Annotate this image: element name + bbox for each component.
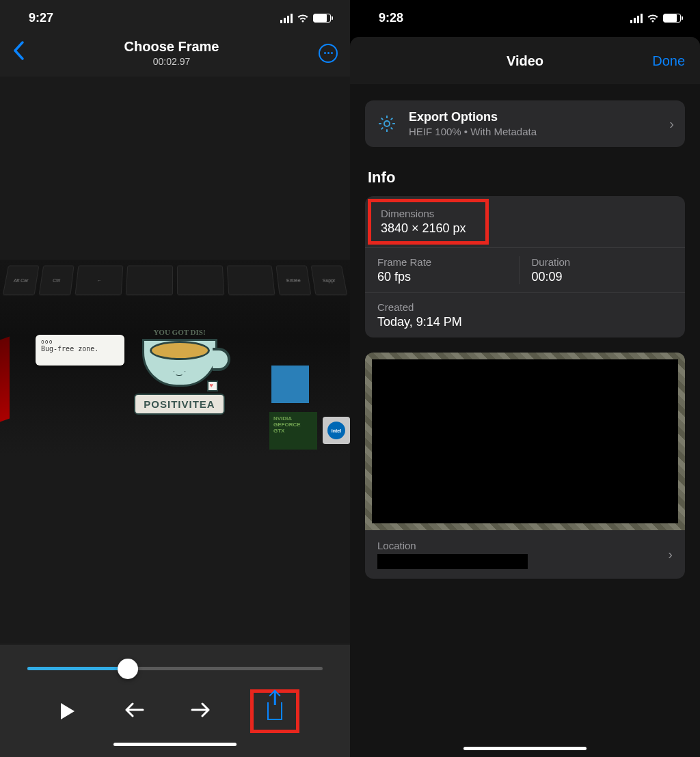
home-indicator[interactable] — [463, 747, 587, 750]
sticker-geforce: NVIDIA GEFORCE GTX — [269, 412, 317, 450]
map-redaction — [372, 359, 678, 523]
nav-title: Choose Frame — [124, 39, 219, 55]
status-time: 9:28 — [379, 11, 403, 25]
share-icon — [267, 702, 282, 720]
share-button-highlighted[interactable] — [250, 689, 299, 733]
framerate-duration-row: Frame Rate 60 fps Duration 00:09 — [365, 247, 685, 292]
gear-icon — [376, 113, 398, 135]
sticker-speech: YOU GOT DIS! — [153, 328, 205, 336]
duration-label: Duration — [532, 256, 673, 268]
home-indicator[interactable] — [113, 743, 237, 746]
chevron-right-icon: › — [669, 116, 674, 132]
screen-video-info: 9:28 Video Done Export Options H — [350, 0, 700, 757]
sticker-note-text: Bug-free zone. — [41, 345, 119, 353]
status-time: 9:27 — [29, 11, 53, 25]
location-map-card[interactable]: Location › — [365, 353, 685, 579]
framerate-value: 60 fps — [377, 270, 519, 284]
sticker-banner: POSITIVITEA — [134, 394, 224, 415]
svg-point-0 — [384, 121, 390, 126]
sticker-teacup: YOU GOT DIS! · ‿ · POSITIVITEA — [130, 328, 229, 434]
dimensions-label: Dimensions — [381, 208, 466, 219]
frame-scrubber[interactable] — [27, 667, 323, 670]
export-title: Export Options — [409, 110, 537, 124]
frame-preview-image: Alt CarCtrl←EntréeSuppr ooo Bug-free zon… — [0, 260, 350, 456]
location-row[interactable]: Location › — [365, 530, 685, 579]
sticker-blue-square — [271, 366, 309, 403]
sticker-intel: intel — [323, 417, 350, 444]
sticker-note: ooo Bug-free zone. — [36, 335, 124, 366]
dimensions-value: 3840 × 2160 px — [381, 221, 466, 236]
export-options-row[interactable]: Export Options HEIF 100% • With Metadata… — [365, 100, 685, 147]
sheet-title: Video — [507, 53, 543, 69]
location-label: Location — [377, 540, 668, 551]
wifi-icon — [297, 14, 309, 23]
dimensions-highlight: Dimensions 3840 × 2160 px — [368, 199, 489, 245]
nav-header: Choose Frame 00:02.97 — [0, 32, 350, 77]
map-thumbnail — [365, 353, 685, 530]
chevron-right-icon: › — [668, 547, 673, 562]
info-card: Dimensions 3840 × 2160 px Frame Rate 60 … — [365, 196, 685, 338]
created-label: Created — [377, 301, 673, 313]
cellular-icon — [280, 14, 293, 23]
info-sheet: Video Done Export Options HEIF 100% • Wi… — [350, 37, 700, 757]
duration-value: 00:09 — [532, 270, 673, 284]
done-button[interactable]: Done — [652, 53, 685, 69]
status-bar-right: 9:28 — [350, 0, 700, 32]
location-redaction — [377, 554, 528, 569]
scrubber-thumb[interactable] — [118, 659, 138, 679]
nav-timestamp: 00:02.97 — [124, 56, 219, 67]
export-subtitle: HEIF 100% • With Metadata — [409, 126, 537, 137]
back-button[interactable] — [12, 40, 25, 66]
created-value: Today, 9:14 PM — [377, 315, 673, 329]
status-icons — [280, 14, 331, 23]
status-bar-left: 9:27 — [0, 0, 350, 32]
battery-icon — [313, 14, 331, 23]
info-heading: Info — [368, 169, 685, 187]
frame-preview-area[interactable]: Alt CarCtrl←EntréeSuppr ooo Bug-free zon… — [0, 77, 350, 644]
sheet-header: Video Done — [350, 37, 700, 84]
created-row: Created Today, 9:14 PM — [365, 292, 685, 338]
dimensions-row: Dimensions 3840 × 2160 px — [365, 196, 685, 247]
cellular-icon — [630, 14, 643, 23]
wifi-icon — [647, 14, 659, 23]
battery-icon — [663, 14, 681, 23]
play-button[interactable] — [51, 703, 85, 719]
framerate-label: Frame Rate — [377, 256, 519, 268]
nav-title-block: Choose Frame 00:02.97 — [124, 39, 219, 67]
more-button[interactable] — [319, 44, 338, 63]
screen-choose-frame: 9:27 Choose Frame 00:02.97 Alt CarCtrl←E… — [0, 0, 350, 757]
prev-frame-button[interactable] — [117, 701, 151, 722]
scrubber-toolbar — [0, 645, 350, 757]
status-icons — [630, 14, 681, 23]
next-frame-button[interactable] — [184, 701, 218, 722]
